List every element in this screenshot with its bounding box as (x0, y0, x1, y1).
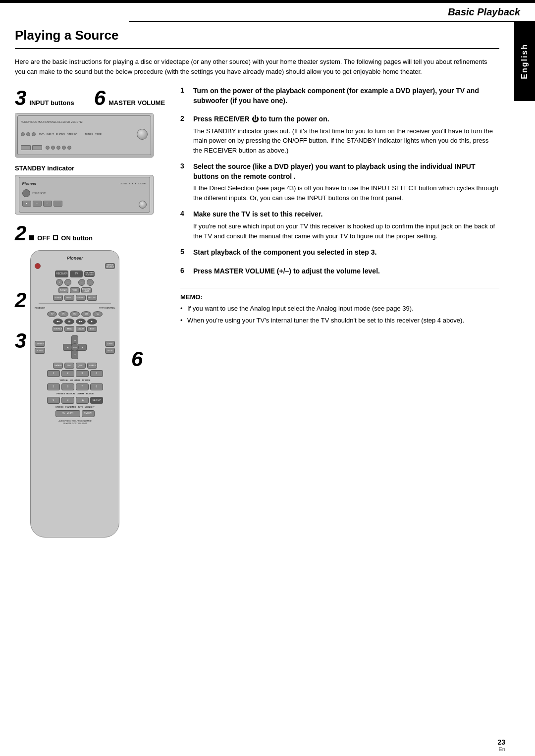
remote-receiver-btn[interactable]: RECEIVER (55, 270, 68, 277)
remote-btn-9[interactable]: 9 (47, 397, 60, 404)
remote-front[interactable]: FRONT (64, 295, 74, 301)
step-4-title: Make sure the TV is set to this receiver… (193, 210, 499, 219)
remote-tv-btn[interactable]: TV (70, 270, 83, 277)
remote-btn-2[interactable]: 2 (61, 370, 74, 377)
remote-btn-3[interactable]: 3 (76, 370, 89, 377)
remote-btn-5[interactable]: 5 (47, 383, 60, 390)
remote-vol-row: + – + – (35, 279, 115, 286)
remote-top-row: INPUTSELECT (35, 263, 115, 269)
remote-r4-2[interactable]: IN (58, 311, 68, 317)
remote-r5-2[interactable]: ▮▮ (64, 319, 74, 324)
remote-r5-4[interactable]: ▶ (87, 319, 97, 324)
panel2-btn3: □ (43, 201, 52, 207)
remote-btn-plus10[interactable]: +10 (76, 397, 89, 404)
remote-remote-limit[interactable]: REMOTELIMIT (81, 287, 92, 293)
remote-dimmer[interactable]: DIMMER (35, 341, 45, 347)
on-icon (53, 235, 58, 240)
remote-right-btns: TUNE+ LEVEL (105, 341, 115, 354)
step-5-content: Start playback of the component you sele… (193, 248, 376, 260)
panel-volume-knob (137, 129, 148, 140)
remote-quiet[interactable]: QUIET (76, 363, 86, 369)
panel2-indicators: DIGITAL ● ● ● 5DIGITAL (120, 182, 146, 185)
on-text: ON button (61, 234, 93, 242)
remote-tv-control-label-row: RECEIVER TV TV CONTROL (35, 306, 115, 310)
remote-btn-8[interactable]: 8 (90, 383, 103, 390)
item6-num: 6 (94, 86, 106, 110)
remote-r5-3[interactable]: ▶▶ (76, 319, 86, 324)
step-2-num: 2 (180, 114, 188, 122)
remote-r5-1[interactable]: ◀◀ (53, 319, 63, 324)
step-3-content: Select the source (like a DVD player) yo… (193, 162, 499, 203)
remote-r4-3[interactable]: MU (70, 311, 80, 317)
remote-vol-r-dn[interactable]: – (87, 279, 94, 286)
step-6-title: Press MASTER VOLUME (+/–) to adjust the … (193, 267, 380, 276)
receiver-panel-bottom: Pioneer DIGITAL ● ● ● 5DIGITAL FRONT INP… (19, 177, 150, 213)
item3-label-row: 3 INPUT buttons (15, 86, 74, 110)
remote-btn-4[interactable]: 4 (90, 370, 103, 377)
panel-button-1 (21, 145, 31, 150)
remote-source[interactable]: SOURCE (53, 326, 63, 332)
remote-2multi[interactable]: 2MULTI (82, 410, 95, 417)
remote-num-label-1: VIRTUAL 5-D GAME TV SURL (35, 378, 115, 382)
remote-num-label-2: PHONES MUSICAL DRAMA ACTION (35, 392, 115, 395)
item3-desc: INPUT buttons (29, 99, 74, 107)
remote-vol-up[interactable]: + (56, 279, 63, 286)
remote-r4-5[interactable]: VL (93, 311, 103, 317)
remote-enter[interactable]: ENT (71, 343, 79, 351)
remote-brand: Pioneer (67, 256, 83, 261)
midnight-label: MIDNIGHT (85, 406, 95, 408)
remote-band[interactable]: BAND (64, 326, 74, 332)
english-tab-label: English (520, 44, 529, 79)
item3-label: INPUT buttons (29, 99, 74, 107)
remote-btn-7[interactable]: 7 (76, 383, 89, 390)
remote-btn-6[interactable]: 6 (61, 383, 74, 390)
remote-left-btns: DIMMER SURRL (35, 341, 45, 354)
remote-tuner[interactable]: TUNER (53, 295, 63, 301)
remote-edit[interactable]: EDIT (87, 326, 97, 332)
page-title-section: Playing a Source (15, 3, 499, 49)
phones-label: PHONES (56, 392, 65, 395)
remote-display[interactable]: DISPLAY (76, 295, 86, 301)
remote-bottom-row: 2h MULTI 2MULTI (35, 410, 115, 417)
panel2-button-row: ● ○ □ (22, 201, 147, 209)
remote-btn-0[interactable]: 0 (61, 397, 74, 404)
remote-surrl[interactable]: SURRL (35, 348, 45, 354)
side-num-6: 6 (131, 347, 143, 371)
step-2-body: The STANDBY indicator goes out. (If it's… (193, 126, 499, 156)
remote-sbass[interactable]: S.BASS (87, 363, 97, 369)
remote-dimmer2[interactable]: DIMMER (53, 363, 63, 369)
remote-row-6: SOURCE BAND CLASS EDIT (35, 326, 115, 332)
remote-input-select[interactable]: INPUTSELECT (105, 263, 115, 269)
remote-tvsat[interactable]: TV/SAT (58, 287, 68, 293)
remote-r4-1[interactable]: TV (47, 311, 57, 317)
remote-power-btn[interactable] (35, 263, 41, 269)
memo-title: MEMO: (180, 293, 499, 301)
musical-label: MUSICAL (66, 392, 75, 395)
pd2 (51, 146, 55, 150)
page-title: Playing a Source (15, 28, 499, 43)
remote-tune-up[interactable]: TUNE+ (105, 341, 115, 347)
remote-volume-btn[interactable]: MASTERVOLUME (84, 271, 95, 277)
remote-down[interactable]: ▼ (71, 350, 78, 359)
remote-2h-multi[interactable]: 2h MULTI (55, 410, 80, 417)
step-item-3: 3 Select the source (like a DVD player) … (180, 162, 499, 203)
remote-level[interactable]: LEVEL (105, 348, 115, 354)
remote-row-4: TV IN MU CH VL (35, 311, 115, 317)
remote-row-2: TV/SAT VCR REMOTELIMIT (35, 287, 115, 293)
remote-right[interactable]: ▶ (78, 344, 87, 351)
remote-r4-4[interactable]: CH (81, 311, 91, 317)
remote-btn-1[interactable]: 1 (47, 370, 60, 377)
left-column: 3 INPUT buttons 6 MASTER VOLUME AUDIO/VI… (15, 86, 168, 538)
remote-class[interactable]: CLASS (76, 326, 86, 332)
remote-vol-down[interactable]: – (64, 279, 71, 286)
remote-vcr[interactable]: VCR (70, 287, 80, 293)
memo-list: If you want to use the Analog input sele… (180, 304, 499, 325)
remote-footer-text: AUDIO/VIDEO PRE-PROGRAMMEDREMOTE CONTROL… (58, 420, 91, 425)
remote-flat[interactable]: FLAT (64, 363, 74, 369)
remote-btn-setup[interactable]: SET UP (90, 397, 103, 404)
remote-vol-r-up[interactable]: + (78, 279, 85, 286)
front-input-label: FRONT INPUT (33, 192, 46, 194)
side-num-3: 3 (15, 330, 26, 351)
memo-item-2: When you're using your TV's internal tun… (180, 316, 499, 325)
remote-muting[interactable]: MUTING (87, 295, 97, 301)
